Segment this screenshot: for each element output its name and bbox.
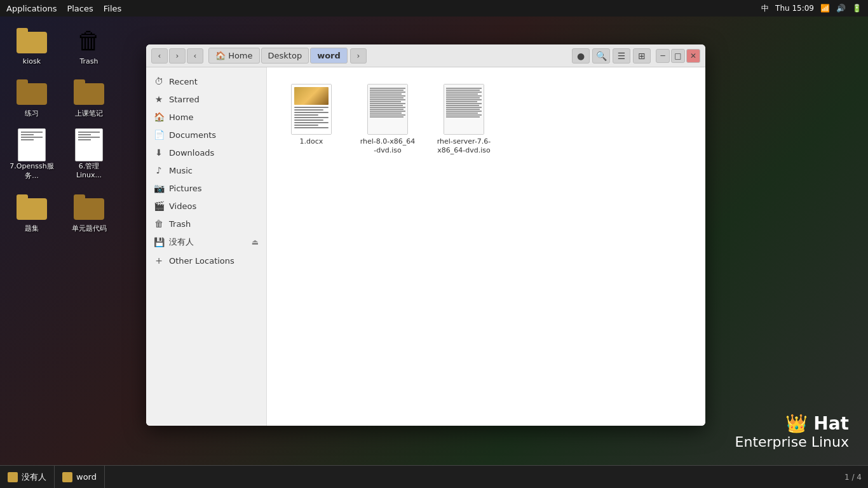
file-item-docx[interactable]: 1.docx [280,80,343,159]
desktop-icons: kiosk 🗑 Trash 练习 [6,23,114,236]
sidebar-item-music[interactable]: ♪ Music [146,161,266,179]
clock: Thu 15:09 [775,4,814,13]
sidebar-item-meiyouren[interactable]: 💾 没有人 ⏏ [146,233,266,252]
theme-toggle-button[interactable]: ● [572,48,590,64]
sidebar-item-documents[interactable]: 📄 Documents [146,126,266,144]
desktop: Applications Places Files 中 Thu 15:09 📶 … [0,0,868,488]
sidebar-item-trash[interactable]: 🗑 Trash [146,215,266,233]
desktop-icon-tiji[interactable]: 题集 [6,189,57,236]
volume-icon: 🔊 [836,4,846,13]
sidebar-item-pictures[interactable]: 📷 Pictures [146,179,266,197]
pictures-icon: 📷 [154,183,164,193]
starred-icon: ★ [154,94,164,104]
sidebar-item-recent[interactable]: ⏱ Recent [146,72,266,90]
places-menu[interactable]: Places [67,4,93,13]
breadcrumb-word[interactable]: word [310,48,348,64]
view-list-button[interactable]: ☰ [613,48,630,64]
minimize-button[interactable]: ─ [656,49,670,63]
taskbar-folder-icon [8,472,18,482]
music-icon: ♪ [154,165,164,175]
trash-sidebar-icon: 🗑 [154,219,164,229]
files-menu[interactable]: Files [104,4,122,13]
redhat-logo: 👑 Hat Enterprise Linux [735,413,849,450]
sidebar-item-videos[interactable]: 🎬 Videos [146,197,266,215]
desktop-icon-lianxi[interactable]: 练习 [6,74,57,121]
page-indicator: 1 / 4 [844,473,862,482]
taskbar-word-icon [62,472,72,482]
desktop-icon-trash[interactable]: 🗑 Trash [64,23,114,68]
taskbar-item-meiyouren[interactable]: 没有人 [0,466,55,488]
breadcrumb-home[interactable]: 🏠 Home [208,48,260,64]
taskbar: 没有人 word 1 / 4 [0,465,868,488]
home-sidebar-icon: 🏠 [154,112,164,122]
sidebar-item-other-locations[interactable]: + Other Locations [146,252,266,269]
search-button[interactable]: 🔍 [592,48,610,64]
breadcrumb: 🏠 Home Desktop word › [208,48,567,64]
file-manager-window: ‹ › ‹ 🏠 Home Desktop word › ● 🔍 ☰ ⊞ ─ [146,44,705,426]
back-button[interactable]: ‹ [151,48,168,64]
maximize-button[interactable]: □ [671,49,685,63]
file-manager-sidebar: ⏱ Recent ★ Starred 🏠 Home 📄 Documents ⬇ [146,67,267,426]
topbar: Applications Places Files 中 Thu 15:09 📶 … [0,0,868,17]
forward-button[interactable]: › [169,48,186,64]
close-button[interactable]: ✕ [686,49,700,63]
desktop-icon-guanli[interactable]: 6.管理Linux... [64,127,114,183]
sidebar-item-starred[interactable]: ★ Starred [146,90,266,108]
trash-icon: 🗑 [77,27,101,55]
input-method-indicator: 中 [761,3,769,14]
file-manager-body: ⏱ Recent ★ Starred 🏠 Home 📄 Documents ⬇ [146,67,705,426]
view-grid-button[interactable]: ⊞ [633,48,651,64]
breadcrumb-next[interactable]: › [350,48,367,64]
desktop-icon-kiosk[interactable]: kiosk [6,23,57,68]
recent-icon: ⏱ [154,76,164,86]
file-manager-titlebar: ‹ › ‹ 🏠 Home Desktop word › ● 🔍 ☰ ⊞ ─ [146,44,705,67]
sidebar-item-downloads[interactable]: ⬇ Downloads [146,144,266,161]
battery-icon: 🔋 [852,4,862,13]
applications-menu[interactable]: Applications [6,4,57,13]
home-icon: 🏠 [215,51,226,60]
drive-icon: 💾 [154,237,164,247]
sidebar-item-home[interactable]: 🏠 Home [146,108,266,126]
nav-prev-button[interactable]: ‹ [187,48,203,64]
documents-icon: 📄 [154,130,164,140]
eject-icon[interactable]: ⏏ [252,238,259,247]
breadcrumb-desktop[interactable]: Desktop [261,48,309,64]
taskbar-item-word[interactable]: word [55,466,105,488]
videos-icon: 🎬 [154,201,164,211]
desktop-icon-shangke[interactable]: 上课笔记 [64,74,114,121]
downloads-icon: ⬇ [154,147,164,158]
file-item-rhel76-iso[interactable]: rhel-server-7.6-x86_64-dvd.iso [432,80,496,159]
other-locations-icon: + [154,255,164,266]
desktop-icon-danyuan[interactable]: 单元题代码 [64,189,114,236]
file-manager-files-area: 1.docx [267,67,705,426]
file-item-rhel8-iso[interactable]: rhel-8.0-x86_64-dvd.iso [356,80,419,159]
wifi-icon: 📶 [820,4,830,13]
desktop-icon-openssh[interactable]: 7.Openssh服务... [6,127,57,183]
